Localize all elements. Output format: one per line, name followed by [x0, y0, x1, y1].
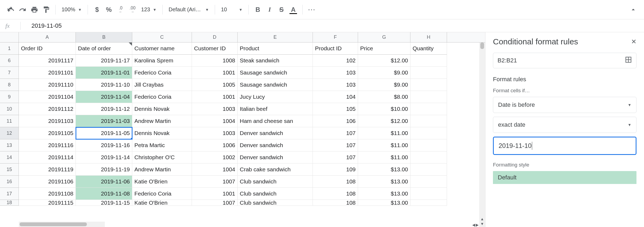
cell[interactable]: 1001	[192, 67, 238, 79]
cell[interactable]: 2019-11-14	[76, 151, 132, 164]
cell[interactable]: 1007	[192, 200, 238, 206]
cell[interactable]	[410, 176, 447, 188]
cell[interactable]	[410, 151, 447, 164]
cell[interactable]	[410, 139, 447, 151]
cell[interactable]: 2019-11-19	[76, 164, 132, 176]
cell[interactable]: 108	[313, 188, 358, 200]
select-all-corner[interactable]	[0, 32, 19, 42]
cell[interactable]: $13.00	[358, 176, 410, 188]
header-cell[interactable]: Date of order	[76, 42, 132, 55]
cell[interactable]: Club sandwich	[238, 176, 313, 188]
scrollbar-thumb[interactable]	[20, 222, 87, 226]
cell[interactable]: Sausage sandwich	[238, 67, 313, 79]
strikethrough-button[interactable]: S	[276, 4, 287, 16]
row-number[interactable]: 6	[0, 55, 19, 67]
default-style-chip[interactable]: Default	[493, 171, 636, 184]
text-color-button[interactable]: A	[287, 4, 299, 16]
cell[interactable]: 1004	[192, 115, 238, 127]
column-header-G[interactable]: G	[358, 32, 410, 42]
undo-button[interactable]	[5, 4, 17, 16]
cell[interactable]: Jill Craybas	[132, 79, 192, 91]
percent-format-button[interactable]: %	[103, 4, 115, 16]
cell[interactable]: 1001	[192, 188, 238, 200]
row-number[interactable]: 10	[0, 103, 19, 115]
cell[interactable]: 20191112	[19, 103, 76, 115]
cell[interactable]: 1002	[192, 151, 238, 164]
cell[interactable]: 20191103	[19, 115, 76, 127]
cell[interactable]: Federico Coria	[132, 188, 192, 200]
cell[interactable]: Federico Coria	[132, 91, 192, 103]
cell[interactable]	[410, 115, 447, 127]
print-button[interactable]	[28, 4, 40, 16]
cell[interactable]: 2019-11-01	[76, 67, 132, 79]
cell[interactable]: Dennis Novak	[132, 127, 192, 139]
redo-button[interactable]	[17, 4, 28, 16]
cell[interactable]: Petra Martic	[132, 139, 192, 151]
cell[interactable]: 1006	[192, 139, 238, 151]
cell[interactable]: 2019-11-08	[76, 188, 132, 200]
cell[interactable]: 2019-11-12	[76, 103, 132, 115]
header-cell[interactable]: Price	[358, 42, 410, 55]
decrease-decimal-button[interactable]: .0←	[115, 4, 127, 16]
increase-decimal-button[interactable]: .00→	[127, 4, 138, 16]
cell[interactable]	[410, 127, 447, 139]
cell[interactable]: Sausage sandwich	[238, 79, 313, 91]
cell[interactable]: 1008	[192, 55, 238, 67]
cell[interactable]: 107	[313, 127, 358, 139]
spreadsheet-grid[interactable]: ABCDEFGH 1 Order IDDate of orderCustomer…	[0, 32, 485, 227]
column-header-H[interactable]: H	[410, 32, 447, 42]
cell[interactable]: Katie O'Brien	[132, 176, 192, 188]
cell[interactable]: $12.00	[358, 55, 410, 67]
cell[interactable]: 2019-11-06	[76, 176, 132, 188]
row-number[interactable]: 12	[0, 127, 19, 139]
cell[interactable]: Karolina Sprem	[132, 55, 192, 67]
cell[interactable]: Dennis Novak	[132, 103, 192, 115]
cell[interactable]: $11.00	[358, 151, 410, 164]
column-header-A[interactable]: A	[19, 32, 76, 42]
cell[interactable]: 109	[313, 164, 358, 176]
cell[interactable]	[410, 91, 447, 103]
header-cell[interactable]: Product	[238, 42, 313, 55]
bold-button[interactable]: B	[252, 4, 264, 16]
cell[interactable]: Andrew Martin	[132, 115, 192, 127]
row-number[interactable]: 17	[0, 188, 19, 200]
header-cell[interactable]: Customer name	[132, 42, 192, 55]
cell[interactable]: 104	[313, 91, 358, 103]
scrollbar-thumb[interactable]	[480, 42, 484, 49]
cell[interactable]: $10.00	[358, 103, 410, 115]
scroll-down-icon[interactable]: ▼	[480, 222, 484, 226]
condition-select[interactable]: Date is before ▼	[493, 97, 636, 113]
row-number[interactable]: 16	[0, 176, 19, 188]
cell[interactable]: Andrew Martin	[132, 164, 192, 176]
cell[interactable]: Ham and cheese san	[238, 115, 313, 127]
scroll-up-icon[interactable]: ▲	[480, 217, 484, 221]
cell[interactable]	[410, 67, 447, 79]
column-header-E[interactable]: E	[238, 32, 313, 42]
cell[interactable]: Club sandwich	[238, 200, 313, 206]
select-range-icon[interactable]	[625, 56, 632, 65]
cell[interactable]: 20191104	[19, 91, 76, 103]
paint-format-button[interactable]	[40, 4, 52, 16]
vertical-scrollbar[interactable]: ▲ ▼	[479, 42, 485, 227]
more-formats-select[interactable]: 123 ▼	[138, 4, 159, 16]
cell[interactable]: $13.00	[358, 200, 410, 206]
cell[interactable]: 105	[313, 103, 358, 115]
cell[interactable]: 20191106	[19, 176, 76, 188]
cell[interactable]	[410, 164, 447, 176]
scroll-right-icon[interactable]: ▶	[476, 223, 479, 227]
cell[interactable]: $9.00	[358, 67, 410, 79]
cell[interactable]: 20191115	[19, 200, 76, 206]
cell[interactable]: 107	[313, 139, 358, 151]
cell[interactable]: 20191108	[19, 188, 76, 200]
cell[interactable]: 103	[313, 67, 358, 79]
cell[interactable]: 2019-11-16	[76, 139, 132, 151]
zoom-select[interactable]: 100% ▼	[59, 4, 84, 16]
cell[interactable]: Denver sandwich	[238, 127, 313, 139]
collapse-toolbar-button[interactable]	[627, 4, 639, 16]
header-cell[interactable]: Product ID	[313, 42, 358, 55]
cell[interactable]: $8.00	[358, 91, 410, 103]
cell[interactable]: 1004	[192, 164, 238, 176]
cell[interactable]: 20191101	[19, 67, 76, 79]
row-number[interactable]: 14	[0, 151, 19, 164]
subcondition-select[interactable]: exact date ▼	[493, 117, 636, 133]
